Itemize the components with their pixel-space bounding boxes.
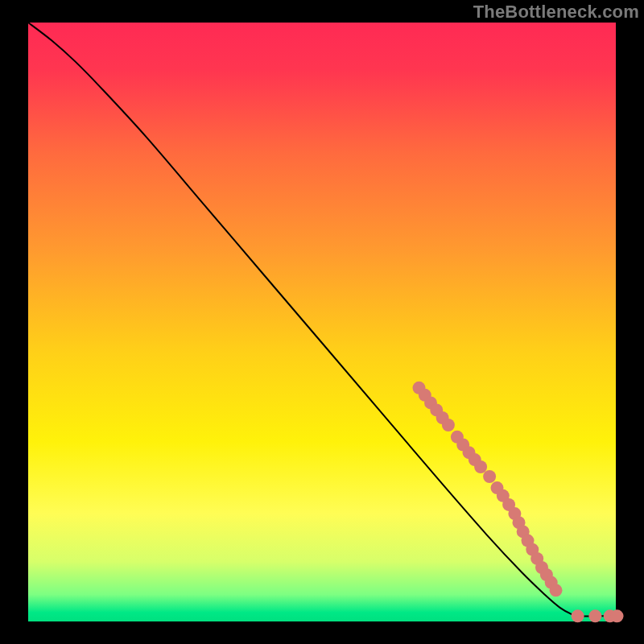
chart-svg	[0, 0, 644, 644]
marker-dot	[550, 584, 563, 597]
marker-dot	[588, 609, 601, 622]
marker-dot	[442, 419, 455, 431]
marker-dot	[611, 609, 624, 622]
marker-dot	[474, 460, 487, 473]
chart-stage: TheBottleneck.com	[0, 0, 644, 644]
marker-dot	[483, 470, 496, 483]
marker-dot	[572, 609, 584, 622]
